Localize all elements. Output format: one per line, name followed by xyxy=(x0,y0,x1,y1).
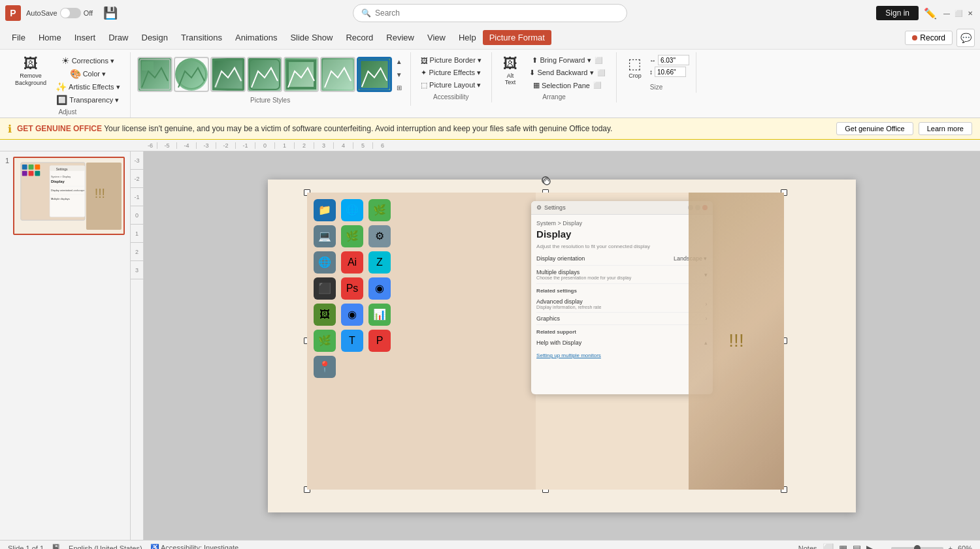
artistic-label: Artistic Effects ▾ xyxy=(69,83,120,91)
artistic-effects-button[interactable]: ✨ Artistic Effects ▾ xyxy=(52,81,123,93)
zoom-slider[interactable] xyxy=(891,547,943,550)
style-thumb-3[interactable] xyxy=(210,57,246,92)
autosave-toggle[interactable] xyxy=(60,8,81,18)
ruler-tick: -4 xyxy=(176,142,196,149)
gallery-down-arrow[interactable]: ▼ xyxy=(395,71,404,78)
related-settings-label: Related settings xyxy=(536,288,707,294)
bring-forward-button[interactable]: ⬆ Bring Forward ▾ ⬜ xyxy=(525,55,610,66)
menu-view[interactable]: View xyxy=(421,30,452,45)
send-backward-button[interactable]: ⬇ Send Backward ▾ ⬜ xyxy=(525,67,610,78)
ruler-tick: -3 xyxy=(196,142,216,149)
rotate-handle[interactable] xyxy=(542,176,549,184)
zoom-level[interactable]: 60% xyxy=(958,544,972,550)
menu-home[interactable]: Home xyxy=(32,30,68,45)
sign-in-button[interactable]: Sign in xyxy=(876,6,919,20)
picture-effects-button[interactable]: ✦ Picture Effects ▾ xyxy=(417,67,485,78)
svg-rect-11 xyxy=(35,164,41,169)
close-button[interactable]: ✕ xyxy=(966,8,975,18)
picture-styles-gallery xyxy=(137,57,392,92)
gallery-up-arrow[interactable]: ▲ xyxy=(395,58,404,65)
menu-review[interactable]: Review xyxy=(380,30,421,45)
menu-record[interactable]: Record xyxy=(339,30,380,45)
menu-help[interactable]: Help xyxy=(452,30,483,45)
notes-toggle[interactable]: 📓 xyxy=(52,544,61,549)
view-normal-icon[interactable]: ⬜ xyxy=(823,543,834,550)
app-icons-grid: 📁 🌐 🌿 💻 🌿 ⚙ 🌐 Ai Z ⬛ Ps ◉ xyxy=(307,193,399,384)
slide-thumbnail[interactable]: Settings System > Display Display Displa… xyxy=(13,157,125,235)
edit-icon[interactable]: ✏️ xyxy=(924,7,937,20)
zoom-in-icon[interactable]: + xyxy=(949,544,953,550)
color-button[interactable]: 🎨 Color ▾ xyxy=(52,68,123,80)
view-grid-icon[interactable]: ▦ xyxy=(839,543,847,550)
record-label: Record xyxy=(920,33,945,42)
gallery-expand-arrow[interactable]: ⊞ xyxy=(395,84,404,91)
slide-panel: 1 xyxy=(0,151,131,540)
comment-button[interactable]: 💬 xyxy=(956,29,975,47)
selection-pane-extra[interactable]: ⬜ xyxy=(593,82,601,89)
ruler-tick: 2 xyxy=(294,142,314,149)
menu-insert[interactable]: Insert xyxy=(68,30,103,45)
menu-file[interactable]: File xyxy=(5,30,32,45)
menu-picture-format[interactable]: Picture Format xyxy=(483,30,551,45)
corrections-button[interactable]: ☀ Corrections ▾ xyxy=(52,55,123,67)
crop-button[interactable]: ⬚ Crop xyxy=(623,55,647,81)
svg-text:Display orientation: Display orientation xyxy=(51,189,72,192)
menu-transitions[interactable]: Transitions xyxy=(174,30,229,45)
setting-monitors-link[interactable]: Setting up multiple monitors xyxy=(536,353,601,358)
style-thumb-2[interactable] xyxy=(174,57,209,92)
height-input[interactable] xyxy=(655,67,686,77)
zoom-slider-thumb[interactable] xyxy=(914,545,921,550)
view-slideshow-icon[interactable]: ▶ xyxy=(866,543,874,550)
menu-design[interactable]: Design xyxy=(135,30,174,45)
send-backward-dropdown[interactable]: ⬜ xyxy=(597,69,605,76)
height-row: ↕ xyxy=(649,67,689,77)
slide-canvas[interactable]: 📁 🌐 🌿 💻 🌿 ⚙ 🌐 Ai Z ⬛ Ps ◉ xyxy=(268,180,856,512)
menu-animations[interactable]: Animations xyxy=(229,30,284,45)
autosave-label: AutoSave xyxy=(26,9,57,17)
style-thumb-1[interactable] xyxy=(137,57,172,92)
picture-layout-button[interactable]: ⬚ Picture Layout ▾ xyxy=(417,80,485,91)
learn-more-button[interactable]: Learn more xyxy=(919,122,972,135)
search-bar[interactable]: 🔍 xyxy=(353,4,627,22)
width-input[interactable] xyxy=(658,55,689,65)
menu-slideshow[interactable]: Slide Show xyxy=(284,30,339,45)
slide-mini-svg: Settings System > Display Display Displa… xyxy=(14,159,123,234)
transparency-button[interactable]: 🔲 Transparency ▾ xyxy=(52,94,123,106)
view-reading-icon[interactable]: ▤ xyxy=(853,543,861,550)
accessibility-label[interactable]: ♿ Accessibility: Investigate xyxy=(150,544,239,549)
search-input[interactable] xyxy=(375,8,619,18)
bring-forward-icon: ⬆ xyxy=(532,56,538,65)
zoom-out-icon[interactable]: — xyxy=(879,544,886,550)
graphics-row: Graphics › xyxy=(536,313,707,325)
get-genuine-button[interactable]: Get genuine Office xyxy=(836,122,913,135)
app-icon-excel: 📊 xyxy=(368,304,391,326)
save-icon[interactable]: 💾 xyxy=(103,6,118,20)
bring-forward-dropdown[interactable]: ⬜ xyxy=(595,57,602,64)
restore-button[interactable]: ⬜ xyxy=(954,8,963,18)
selection-pane-button[interactable]: ▦ Selection Pane ⬜ xyxy=(525,80,610,91)
canvas-area[interactable]: -3 -2 -1 0 1 2 3 xyxy=(131,151,980,540)
selected-image-container[interactable]: 📁 🌐 🌿 💻 🌿 ⚙ 🌐 Ai Z ⬛ Ps ◉ xyxy=(307,193,784,490)
picture-border-icon: 🖼 xyxy=(421,57,428,65)
notes-btn[interactable]: Notes xyxy=(798,544,817,550)
style-thumb-4[interactable] xyxy=(247,57,282,92)
ruler-tick: 5 xyxy=(353,142,372,149)
app-icon-maps: 📍 xyxy=(314,356,336,378)
style-thumb-6[interactable] xyxy=(320,57,355,92)
svg-rect-13 xyxy=(29,170,34,176)
remove-background-button[interactable]: 🖼 RemoveBackground xyxy=(12,55,50,89)
app-icon-green: 🌿 xyxy=(368,199,391,221)
alt-text-icon: 🖼 xyxy=(503,57,517,71)
settings-body: System > Display Display Adjust the reso… xyxy=(531,215,712,366)
ruler-tick: -5 xyxy=(157,142,176,149)
svg-rect-12 xyxy=(22,170,27,176)
style-thumb-5[interactable] xyxy=(284,57,319,92)
minimize-button[interactable]: — xyxy=(942,8,951,18)
picture-border-button[interactable]: 🖼 Picture Border ▾ xyxy=(417,55,485,66)
alt-text-button[interactable]: 🖼 AltText xyxy=(498,55,522,87)
record-button[interactable]: Record xyxy=(905,31,953,45)
notification-text: GET GENUINE OFFICE Your license isn't ge… xyxy=(17,124,831,133)
menu-draw[interactable]: Draw xyxy=(102,30,135,45)
style-thumb-7[interactable] xyxy=(357,57,392,92)
artistic-icon: ✨ xyxy=(56,82,67,91)
